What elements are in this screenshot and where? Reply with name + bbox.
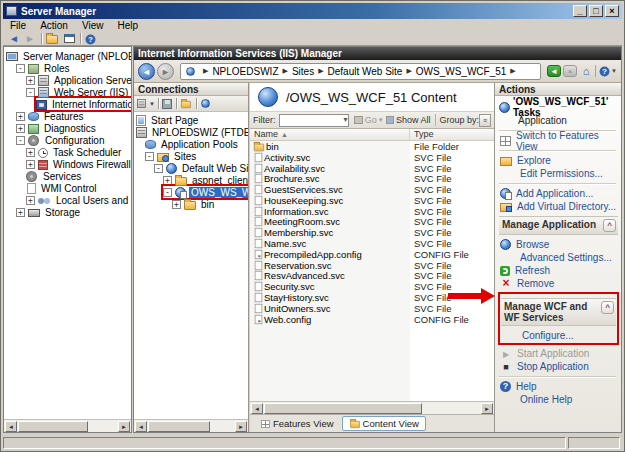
filter-input[interactable] xyxy=(279,114,350,127)
smart-tag-icon[interactable]: ◄ xyxy=(547,65,561,77)
chevron-up-icon[interactable]: ^ xyxy=(601,301,614,314)
breadcrumb-item-default-web-site[interactable]: Default Web Site xyxy=(328,66,403,77)
scroll-thumb[interactable] xyxy=(148,421,210,432)
breadcrumb-item-ows-ws-wcf-51[interactable]: OWS_WS_WCF_51 xyxy=(416,66,507,77)
file-row-membership-svc[interactable]: Membership.svcSVC File xyxy=(250,227,494,238)
tab-content-view[interactable]: Content View xyxy=(342,416,426,431)
collapse-icon[interactable]: - xyxy=(154,164,163,173)
go-button[interactable]: Go xyxy=(365,115,377,125)
action-add-virtual-directory[interactable]: Add Virtual Directory... xyxy=(499,200,618,213)
action-edit-permissions[interactable]: Edit Permissions... xyxy=(499,167,618,180)
show-window-icon[interactable] xyxy=(62,33,76,45)
tree-item-application-server[interactable]: +Application Server xyxy=(26,74,131,86)
menu-item-file[interactable]: File xyxy=(3,20,33,31)
scroll-left-icon[interactable]: ◄ xyxy=(251,403,263,414)
home-icon[interactable] xyxy=(580,65,592,77)
up-folder-icon[interactable] xyxy=(181,101,191,108)
collapse-icon[interactable]: - xyxy=(163,188,172,197)
file-row-bin[interactable]: binFile Folder xyxy=(250,141,494,152)
file-row-guestservices-svc[interactable]: GuestServices.svcSVC File xyxy=(250,184,494,195)
action-advanced-settings[interactable]: Advanced Settings... xyxy=(499,251,618,264)
expand-icon[interactable]: + xyxy=(26,148,35,157)
action-browse[interactable]: Browse xyxy=(499,238,618,251)
scroll-right-icon[interactable]: ► xyxy=(118,421,130,432)
breadcrumb[interactable]: ▶NPLOEDSWIZ▶Sites▶Default Web Site▶OWS_W… xyxy=(180,63,541,80)
collapse-icon[interactable]: - xyxy=(26,88,35,97)
action-explore[interactable]: Explore xyxy=(499,154,618,167)
scroll-right-icon[interactable]: ► xyxy=(235,421,247,432)
tree-item-roles[interactable]: -Roles xyxy=(16,62,131,74)
maximize-button[interactable]: □ xyxy=(589,5,603,17)
tree-item-services[interactable]: Services xyxy=(26,170,131,182)
file-row-security-svc[interactable]: Security.svcSVC File xyxy=(250,281,494,292)
content-hscrollbar[interactable]: ◄ ► xyxy=(250,401,494,414)
expand-icon[interactable]: + xyxy=(163,176,172,185)
tree-item-nploedswiz-ftdev-padmesh[interactable]: NPLOEDSWIZ (FTDEV\padmesh) xyxy=(136,126,248,138)
expand-icon[interactable]: + xyxy=(26,76,35,85)
action-help[interactable]: Help xyxy=(499,380,618,393)
save-connection-icon[interactable] xyxy=(162,99,172,109)
expand-icon[interactable]: + xyxy=(172,200,181,209)
file-row-web-config[interactable]: Web.configCONFIG File xyxy=(250,314,494,325)
file-row-resvadvanced-svc[interactable]: ResvAdvanced.svcSVC File xyxy=(250,271,494,282)
scroll-thumb[interactable] xyxy=(18,421,88,432)
action-refresh[interactable]: Refresh xyxy=(499,264,618,277)
action-remove[interactable]: Remove xyxy=(499,277,618,290)
action-stop-application[interactable]: Stop Application xyxy=(499,360,618,373)
minimize-button[interactable]: _ xyxy=(573,5,587,17)
tree-item-server-manager-nploedswiz[interactable]: Server Manager (NPLOEDSWIZ) xyxy=(6,50,131,62)
tree-item-wmi-control[interactable]: WMI Control xyxy=(26,182,131,194)
expand-icon[interactable]: + xyxy=(16,124,25,133)
scroll-left-icon[interactable]: ◄ xyxy=(5,421,17,432)
console-tree-hscrollbar[interactable]: ◄ ► xyxy=(4,419,131,432)
tree-item-default-web-site[interactable]: -Default Web Site xyxy=(154,162,248,174)
expand-icon[interactable]: + xyxy=(16,112,25,121)
action-switch-to-features-view[interactable]: Switch to Features View xyxy=(499,134,618,147)
chevron-down-icon[interactable]: ▼ xyxy=(611,68,617,74)
back-icon[interactable]: ◄ xyxy=(7,33,21,45)
show-all-button[interactable]: Show All xyxy=(396,115,431,125)
scroll-right-icon[interactable]: ► xyxy=(481,403,493,414)
action-add-application[interactable]: Add Application... xyxy=(499,187,618,200)
nav-forward-button[interactable]: ► xyxy=(157,63,174,80)
file-row-activity-svc[interactable]: Activity.svcSVC File xyxy=(250,152,494,163)
close-button[interactable]: × xyxy=(605,5,619,17)
column-header-type[interactable]: Type xyxy=(410,129,494,140)
section-header-manage-wcf-and-wf-services[interactable]: Manage WCF and WF Services^ xyxy=(501,298,616,326)
collapse-icon[interactable]: - xyxy=(16,136,25,145)
breadcrumb-item-nploedswiz[interactable]: NPLOEDSWIZ xyxy=(212,66,278,77)
forward-icon[interactable]: ► xyxy=(23,33,37,45)
column-header-name[interactable]: Name▲ xyxy=(250,129,410,140)
collapse-icon[interactable]: - xyxy=(16,64,25,73)
tree-item-bin[interactable]: +bin xyxy=(172,198,248,210)
file-row-housekeeping-svc[interactable]: HouseKeeping.svcSVC File xyxy=(250,195,494,206)
tree-item-ows-ws-wcf-51[interactable]: -OWS_WS_WCF_51 xyxy=(163,186,248,198)
tree-item-windows-firewall-with-adva[interactable]: +Windows Firewall with Adva xyxy=(26,158,131,170)
help-icon[interactable] xyxy=(600,66,610,76)
menu-item-action[interactable]: Action xyxy=(33,20,75,31)
collapse-icon[interactable]: - xyxy=(145,152,154,161)
tree-item-aspnet-client[interactable]: +aspnet_client xyxy=(163,174,248,186)
tree-item-web-server-iis[interactable]: -Web Server (IIS) xyxy=(26,86,131,98)
file-row-brochure-svc[interactable]: Brochure.svcSVC File xyxy=(250,173,494,184)
action-online-help[interactable]: Online Help xyxy=(499,393,618,406)
file-row-information-svc[interactable]: Information.svcSVC File xyxy=(250,206,494,217)
file-row-availability-svc[interactable]: Availability.svcSVC File xyxy=(250,163,494,174)
action-configure[interactable]: Configure... xyxy=(501,329,616,342)
tree-item-internet-information-se[interactable]: Internet Information Se xyxy=(36,98,131,110)
connections-hscrollbar[interactable]: ◄ ► xyxy=(134,419,248,432)
tab-features-view[interactable]: Features View xyxy=(254,416,340,431)
expand-icon[interactable]: + xyxy=(26,160,35,169)
file-row-reservation-svc[interactable]: Reservation.svcSVC File xyxy=(250,260,494,271)
scroll-left-icon[interactable]: ◄ xyxy=(135,421,147,432)
file-row-precompiledapp-config[interactable]: PrecompiledApp.configCONFIG File xyxy=(250,249,494,260)
tree-item-features[interactable]: +Features xyxy=(16,110,131,122)
tree-item-storage[interactable]: +Storage xyxy=(16,206,131,218)
expand-icon[interactable]: + xyxy=(26,196,35,205)
tree-item-sites[interactable]: -Sites xyxy=(145,150,248,162)
scroll-thumb[interactable] xyxy=(264,403,422,414)
menu-item-help[interactable]: Help xyxy=(110,20,145,31)
chevron-down-icon[interactable]: ▼ xyxy=(378,117,384,123)
file-row-name-svc[interactable]: Name.svcSVC File xyxy=(250,238,494,249)
menu-item-view[interactable]: View xyxy=(75,20,111,31)
